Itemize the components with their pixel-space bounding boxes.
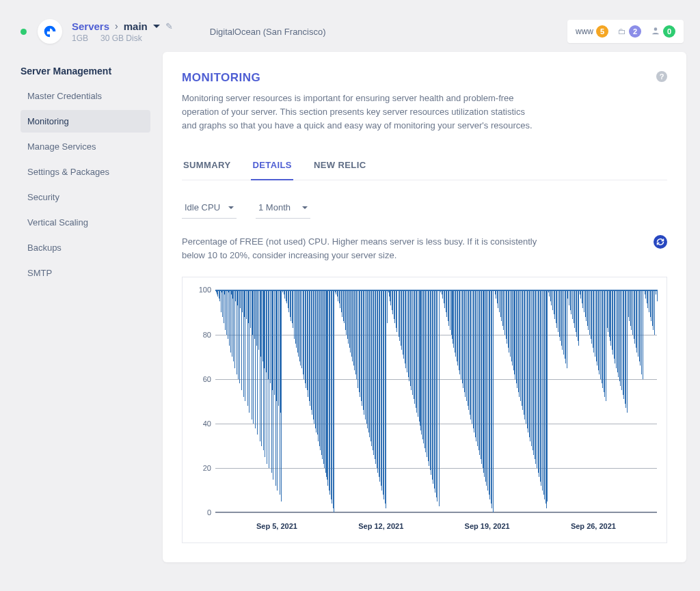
chart-spike xyxy=(510,290,511,357)
chart-spike xyxy=(486,290,487,486)
chart-spike xyxy=(586,290,587,321)
chart-spike xyxy=(346,290,347,334)
chart-spike xyxy=(526,290,526,424)
refresh-button[interactable] xyxy=(654,235,667,249)
breadcrumb-separator: › xyxy=(115,20,118,31)
chart-spike xyxy=(448,290,449,325)
tab-details[interactable]: DETAILS xyxy=(251,153,293,180)
chart-spike xyxy=(286,290,287,303)
chart-spike xyxy=(574,290,575,327)
chart-spike xyxy=(539,290,539,477)
chart-spike xyxy=(578,290,579,346)
chart-spike xyxy=(530,290,530,441)
chart-spike xyxy=(653,290,654,330)
chart-gridline xyxy=(215,512,657,513)
breadcrumb-current[interactable]: main xyxy=(124,20,148,32)
chart-spike xyxy=(636,290,637,352)
chart-spike xyxy=(641,290,642,374)
breadcrumb: Servers › main ✎ 1GB 30 GB Disk xyxy=(72,20,173,43)
chart-y-tick: 100 xyxy=(195,286,211,294)
chart-spike xyxy=(367,290,368,428)
tab-summary[interactable]: SUMMARY xyxy=(182,153,232,180)
projects-count-badge: 2 xyxy=(629,25,641,38)
metric-selector[interactable]: Idle CPU xyxy=(182,198,237,219)
user-icon xyxy=(651,26,660,38)
chart-spike xyxy=(414,290,415,403)
chart-spike xyxy=(399,290,400,341)
chart-spike xyxy=(326,290,327,477)
panel-description: Monitoring server resources is important… xyxy=(182,92,537,133)
chart-spike xyxy=(273,290,273,479)
chart-spike xyxy=(435,290,435,493)
chart-spike xyxy=(348,290,349,343)
sidebar-item-security[interactable]: Security xyxy=(21,186,150,208)
chart-spike xyxy=(634,290,635,343)
chart-spike xyxy=(257,290,258,435)
chart-spike xyxy=(310,290,310,406)
chart-spike xyxy=(522,290,523,410)
server-status-dot xyxy=(21,29,27,35)
chart-spike xyxy=(487,290,488,490)
chart-spike xyxy=(281,290,282,501)
sidebar-item-backups[interactable]: Backups xyxy=(21,236,150,259)
chart-spike xyxy=(483,290,483,468)
sidebar-item-monitoring[interactable]: Monitoring xyxy=(21,110,150,133)
chart-spike xyxy=(558,290,558,332)
chart-spike xyxy=(232,290,232,357)
edit-icon[interactable]: ✎ xyxy=(165,21,173,31)
chart-spike xyxy=(288,290,289,312)
provider-logo[interactable] xyxy=(38,19,62,44)
chart-spike xyxy=(565,290,566,363)
chart-spike xyxy=(455,290,456,357)
projects-count-pill[interactable]: 🗀 2 xyxy=(618,25,641,38)
chart-spike xyxy=(569,290,569,305)
breadcrumb-servers[interactable]: Servers xyxy=(72,20,109,32)
chart-spike xyxy=(291,290,291,321)
chart-spike xyxy=(318,290,319,441)
chart-spike xyxy=(234,290,235,368)
chart-spike xyxy=(578,290,578,341)
chart-spike xyxy=(362,290,362,406)
chart-spike xyxy=(476,290,476,441)
chart-spike xyxy=(604,290,605,396)
chart-spike xyxy=(278,290,279,406)
tab-new-relic[interactable]: NEW RELIC xyxy=(312,153,368,180)
chart-spike xyxy=(390,290,391,305)
chart-spike xyxy=(612,290,613,355)
chart-topline xyxy=(215,290,657,291)
chart-spike xyxy=(364,290,364,415)
chart-spike xyxy=(520,290,521,401)
chart-spike xyxy=(387,290,388,323)
chart-spike xyxy=(535,290,536,463)
chart-spike xyxy=(229,290,230,346)
chart-spike xyxy=(657,290,658,301)
topbar-stats: www 5 🗀 2 0 xyxy=(567,20,684,43)
sidebar-item-manage-services[interactable]: Manage Services xyxy=(21,135,150,158)
sidebar-item-vertical-scaling[interactable]: Vertical Scaling xyxy=(21,211,150,234)
server-dropdown-caret[interactable] xyxy=(153,25,160,28)
chart-y-tick: 60 xyxy=(195,375,211,383)
chart-spike xyxy=(334,290,334,512)
svg-point-0 xyxy=(654,27,658,31)
www-count-pill[interactable]: www 5 xyxy=(576,25,608,38)
sidebar-item-smtp[interactable]: SMTP xyxy=(21,262,150,284)
server-disk: 30 GB Disk xyxy=(100,33,142,43)
users-count-pill[interactable]: 0 xyxy=(651,25,675,38)
range-selector[interactable]: 1 Month xyxy=(256,198,310,219)
chart-spike xyxy=(492,290,492,508)
chart-spike xyxy=(439,290,440,506)
chart-spike xyxy=(377,290,378,472)
chart-spike xyxy=(228,290,228,339)
help-icon[interactable]: ? xyxy=(656,71,667,82)
chart-spike xyxy=(230,290,231,352)
metric-note: Percentage of FREE (not used) CPU. Highe… xyxy=(182,235,551,262)
chart-spike xyxy=(602,290,603,387)
chart-spike xyxy=(340,290,340,307)
sidebar-item-master-credentials[interactable]: Master Credentials xyxy=(21,85,150,107)
sidebar-item-settings-packages[interactable]: Settings & Packages xyxy=(21,161,150,183)
chart-spike xyxy=(225,290,226,330)
chart-spike xyxy=(255,290,256,428)
chart-spike xyxy=(562,290,563,350)
chart-spike xyxy=(459,290,460,374)
chevron-down-icon xyxy=(228,206,234,209)
